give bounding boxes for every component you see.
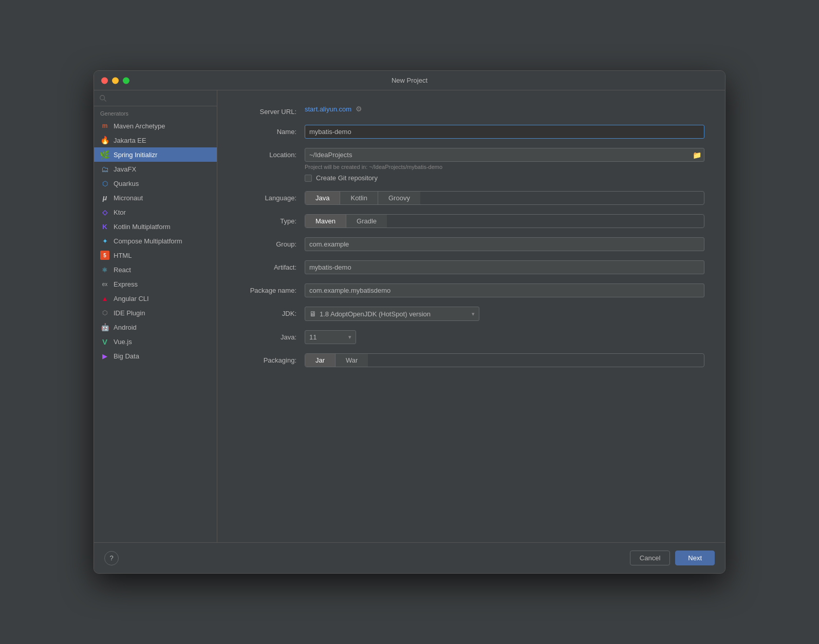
group-row: Group: <box>238 237 704 251</box>
maximize-button[interactable] <box>123 77 129 84</box>
java-value: 11 <box>309 333 317 341</box>
sidebar-item-spring-initializr[interactable]: 🌿 Spring Initializr <box>94 147 217 162</box>
name-row: Name: <box>238 125 704 139</box>
java-label: Java: <box>238 330 305 341</box>
java-row: Java: 11 ▾ <box>238 330 704 344</box>
new-project-window: New Project Generators m Maven Archetype… <box>94 70 725 574</box>
jdk-dropdown-arrow: ▾ <box>472 311 475 317</box>
big-data-icon: ▶ <box>100 351 109 361</box>
project-path-hint: Project will be created in: ~/IdeaProjec… <box>305 164 704 170</box>
create-git-checkbox[interactable] <box>305 175 312 182</box>
packaging-jar-btn[interactable]: Jar <box>305 354 336 367</box>
type-maven-btn[interactable]: Maven <box>305 215 346 228</box>
sidebar-item-micronaut[interactable]: μ Micronaut <box>94 191 217 205</box>
language-groovy-btn[interactable]: Groovy <box>378 192 420 204</box>
jdk-dropdown-left: 🖥 1.8 AdoptOpenJDK (HotSpot) version <box>309 310 431 318</box>
sidebar-item-maven-archetype[interactable]: m Maven Archetype <box>94 119 217 133</box>
minimize-button[interactable] <box>112 77 119 84</box>
sidebar-item-react[interactable]: ⚛ React <box>94 262 217 277</box>
sidebar-item-label: Android <box>114 324 137 331</box>
sidebar-item-javafx[interactable]: 🗂 JavaFX <box>94 162 217 176</box>
sidebar-item-big-data[interactable]: ▶ Big Data <box>94 349 217 363</box>
sidebar-item-label: React <box>114 266 131 274</box>
cancel-button[interactable]: Cancel <box>630 551 670 565</box>
type-control: Maven Gradle <box>305 214 704 228</box>
group-control <box>305 237 704 251</box>
sidebar-item-android[interactable]: 🤖 Android <box>94 320 217 334</box>
package-name-control <box>305 283 704 297</box>
browse-button[interactable]: 📁 <box>693 151 701 159</box>
main-content: Generators m Maven Archetype 🔥 Jakarta E… <box>94 90 725 542</box>
java-control: 11 ▾ <box>305 330 704 344</box>
html-icon: 5 <box>100 251 109 260</box>
jdk-control: 🖥 1.8 AdoptOpenJDK (HotSpot) version ▾ <box>305 307 704 321</box>
server-url-link[interactable]: start.aliyun.com <box>305 105 351 113</box>
sidebar-item-ktor[interactable]: ◇ Ktor <box>94 205 217 219</box>
artifact-row: Artifact: <box>238 260 704 274</box>
group-label: Group: <box>238 237 305 248</box>
jdk-label: JDK: <box>238 307 305 317</box>
angular-icon: ▲ <box>100 294 109 303</box>
jdk-row: JDK: 🖥 1.8 AdoptOpenJDK (HotSpot) versio… <box>238 307 704 321</box>
sidebar-item-label: IDE Plugin <box>114 309 145 317</box>
java-dropdown[interactable]: 11 ▾ <box>305 330 356 344</box>
compose-icon: ✦ <box>100 236 109 245</box>
sidebar-item-label: Ktor <box>114 209 126 216</box>
bottom-bar: ? Cancel Next <box>94 542 725 573</box>
location-input[interactable] <box>305 148 704 162</box>
location-label: Location: <box>238 148 305 159</box>
group-input[interactable] <box>305 237 704 251</box>
sidebar-item-label: Maven Archetype <box>114 122 165 130</box>
sidebar-item-kotlin-multiplatform[interactable]: K Kotlin Multiplatform <box>94 219 217 234</box>
sidebar-item-quarkus[interactable]: ⬡ Quarkus <box>94 176 217 191</box>
name-input[interactable] <box>305 125 704 139</box>
server-url-control: start.aliyun.com ⚙ <box>305 105 704 113</box>
bottom-right-buttons: Cancel Next <box>630 551 715 565</box>
ktor-icon: ◇ <box>100 207 109 217</box>
right-panel: Server URL: start.aliyun.com ⚙ Name: Loc… <box>217 90 725 542</box>
sidebar-item-label: JavaFX <box>114 165 136 173</box>
sidebar-item-label: Quarkus <box>114 180 139 187</box>
packaging-war-btn[interactable]: War <box>336 354 368 367</box>
language-kotlin-btn[interactable]: Kotlin <box>340 192 378 204</box>
location-control: 📁 Project will be created in: ~/IdeaProj… <box>305 148 704 182</box>
express-icon: ex <box>100 279 109 289</box>
jdk-value: 1.8 AdoptOpenJDK (HotSpot) version <box>320 310 431 318</box>
language-control: Java Kotlin Groovy <box>305 191 704 205</box>
sidebar-item-label: Vue.js <box>114 338 132 346</box>
ide-plugin-icon: ⬡ <box>100 308 109 317</box>
kotlin-mp-icon: K <box>100 222 109 231</box>
sidebar-item-compose-multiplatform[interactable]: ✦ Compose Multiplatform <box>94 234 217 248</box>
sidebar-item-angular-cli[interactable]: ▲ Angular CLI <box>94 291 217 306</box>
next-button[interactable]: Next <box>675 551 715 565</box>
sidebar-item-label: Compose Multiplatform <box>114 237 182 245</box>
sidebar-item-html[interactable]: 5 HTML <box>94 248 217 262</box>
spring-icon: 🌿 <box>100 150 109 159</box>
javafx-icon: 🗂 <box>100 164 109 174</box>
sidebar-item-jakarta-ee[interactable]: 🔥 Jakarta EE <box>94 133 217 147</box>
jakarta-icon: 🔥 <box>100 136 109 145</box>
language-java-btn[interactable]: Java <box>305 192 340 204</box>
jdk-dropdown[interactable]: 🖥 1.8 AdoptOpenJDK (HotSpot) version ▾ <box>305 307 479 321</box>
sidebar-item-label: Micronaut <box>114 194 143 202</box>
help-button[interactable]: ? <box>104 551 119 565</box>
package-name-label: Package name: <box>238 283 305 294</box>
sidebar-item-express[interactable]: ex Express <box>94 277 217 291</box>
type-row: Type: Maven Gradle <box>238 214 704 228</box>
sidebar-item-ide-plugin[interactable]: ⬡ IDE Plugin <box>94 306 217 320</box>
search-row[interactable] <box>99 94 212 102</box>
artifact-input[interactable] <box>305 260 704 274</box>
package-name-input[interactable] <box>305 283 704 297</box>
type-gradle-btn[interactable]: Gradle <box>346 215 387 228</box>
search-icon <box>99 94 106 102</box>
gear-icon[interactable]: ⚙ <box>356 105 362 113</box>
sidebar-item-label: Big Data <box>114 352 139 360</box>
java-dropdown-arrow: ▾ <box>348 334 351 340</box>
sidebar-item-label: Jakarta EE <box>114 137 146 144</box>
generators-label: Generators <box>94 106 217 119</box>
location-row: Location: 📁 Project will be created in: … <box>238 148 704 182</box>
close-button[interactable] <box>101 77 108 84</box>
sidebar-item-vuejs[interactable]: V Vue.js <box>94 334 217 349</box>
language-toggle-group: Java Kotlin Groovy <box>305 191 704 205</box>
micronaut-icon: μ <box>100 193 109 202</box>
